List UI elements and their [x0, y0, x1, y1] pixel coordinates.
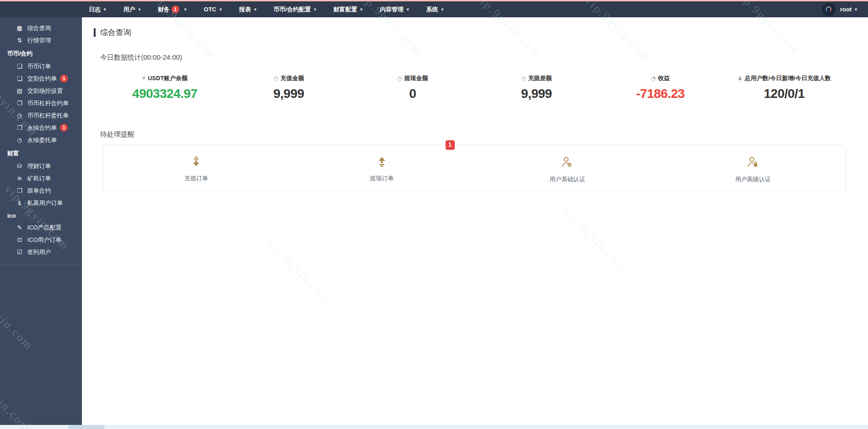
users-icon: ♟ — [737, 75, 742, 82]
yuan-icon: ¥ — [142, 75, 146, 82]
nav-otc[interactable]: OTC▼ — [204, 6, 223, 13]
dollar-icon: $ — [15, 199, 24, 206]
chevron-down-icon: ▼ — [183, 7, 188, 12]
sidebar-item-finance-orders[interactable]: ⛁理财订单 — [0, 160, 82, 172]
copy-icon: ❐ — [15, 124, 24, 131]
chevron-down-icon: ▼ — [854, 7, 858, 12]
sidebar-item-margin-contracts[interactable]: ❐币币杠杆合约单 — [0, 97, 82, 109]
stat-withdraw-amount: ◷提现金额 0 — [350, 74, 474, 101]
sidebar-item-copy-trading[interactable]: ❒跟单合约 — [0, 184, 82, 197]
sidebar-item-delivery-control[interactable]: ▤交割场控设置 — [0, 85, 82, 97]
stat-profit: ◔收益 -7186.23 — [599, 74, 722, 101]
coins-icon: ⛁ — [15, 163, 24, 169]
sidebar-section-coin-contract: 币币/合约 — [0, 46, 82, 60]
user-menu[interactable]: root▼ — [840, 6, 858, 13]
stats-row: ¥USDT账户余额 4903324.97 ◷充值金额 9,999 ◷提现金额 0… — [103, 74, 846, 101]
stat-usdt-balance-value: 4903324.97 — [103, 87, 227, 101]
layers-icon: ≋ — [15, 175, 24, 182]
file-clock-icon: ◷ — [521, 75, 526, 82]
perpetual-count-badge: 1 — [60, 124, 68, 132]
reminders-section-title: 待处理提醒 — [100, 130, 868, 139]
reminder-advanced-kyc[interactable]: 用户高级认证 — [660, 156, 846, 184]
monitor-icon: ⊡ — [15, 236, 24, 243]
sidebar-item-delivery-contracts[interactable]: ❏交割合约单1 — [0, 72, 82, 85]
sidebar-divider — [0, 265, 82, 265]
grid-icon: ▦ — [15, 25, 24, 31]
stat-net-deposit-value: 9,999 — [475, 87, 599, 101]
stat-usdt-balance: ¥USDT账户余额 4903324.97 — [103, 74, 227, 101]
clipboard-icon: ▤ — [15, 87, 24, 94]
stat-user-counts-value: 120/0/1 — [722, 87, 846, 101]
stat-profit-value: -7186.23 — [599, 87, 722, 101]
sidebar-item-margin-entrust[interactable]: ◷币币杠杆委托单 — [0, 109, 82, 122]
chevron-down-icon: ▼ — [406, 7, 410, 12]
chevron-down-icon: ▼ — [360, 7, 364, 12]
sidebar-item-overview[interactable]: ▦综合查询 — [0, 22, 82, 34]
sidebar-item-market[interactable]: ⇅行情管理 — [0, 34, 82, 46]
delivery-count-badge: 1 — [60, 75, 68, 82]
file-clock-icon: ◷ — [274, 75, 278, 82]
checkin-icon: ☑ — [15, 249, 24, 255]
sidebar-item-ico-products[interactable]: ✎ICO产品配置 — [0, 221, 82, 234]
nav-logs[interactable]: 日志▼ — [89, 5, 107, 14]
chevron-down-icon: ▼ — [103, 7, 107, 12]
chevron-down-icon: ▼ — [440, 7, 444, 12]
sidebar-section-wealth: 财富 — [0, 146, 82, 160]
sidebar-item-miner-orders[interactable]: ≋矿机订单 — [0, 172, 82, 184]
file-clock-icon: ◷ — [15, 137, 24, 143]
nav-coin-contract-config[interactable]: 币币/合约配置▼ — [274, 5, 317, 14]
market-sort-icon: ⇅ — [15, 37, 24, 44]
pie-icon: ◔ — [651, 75, 655, 82]
nav-reports[interactable]: 报表▼ — [239, 5, 257, 14]
user-check-icon — [561, 156, 573, 168]
file-clock-icon: ◷ — [15, 112, 24, 119]
reminder-deposit-orders[interactable]: 充值订单 — [103, 156, 289, 184]
sidebar-item-perpetual-contracts[interactable]: ❐永续合约单1 — [0, 122, 82, 134]
nav-system[interactable]: 系统▼ — [426, 5, 444, 14]
sidebar-item-ico-orders[interactable]: ⊡ICO用户订单 — [0, 234, 82, 246]
nav-wealth-config[interactable]: 财富配置▼ — [334, 5, 364, 14]
file-export-icon: ❒ — [15, 187, 24, 194]
withdraw-count-badge: 1 — [446, 140, 455, 150]
copy-icon: ❐ — [15, 100, 24, 107]
bookmark-icon: ❏ — [15, 63, 24, 70]
stat-withdraw-amount-value: 0 — [350, 87, 474, 101]
nav-users[interactable]: 用户▼ — [123, 5, 142, 14]
stat-deposit-amount: ◷充值金额 9,999 — [227, 74, 350, 101]
finance-count-badge: 1 — [172, 5, 179, 13]
file-clock-icon: ◷ — [397, 75, 402, 82]
chevron-down-icon: ▼ — [137, 7, 142, 12]
sidebar-item-perpetual-entrust[interactable]: ◷永续委托单 — [0, 134, 82, 146]
bookmark-icon: ❏ — [15, 75, 24, 82]
reminder-withdraw-orders[interactable]: 1 提现订单 — [289, 156, 475, 184]
upload-icon — [376, 156, 387, 167]
reminder-basic-kyc[interactable]: 用户基础认证 — [475, 156, 660, 184]
sidebar-item-checkin-users[interactable]: ☑签到用户 — [0, 246, 82, 258]
stat-deposit-amount-value: 9,999 — [227, 87, 350, 101]
horizontal-scrollbar-thumb[interactable] — [68, 425, 105, 429]
reminders-card: 充值订单 1 提现订单 用户基础认证 — [103, 145, 846, 192]
file-edit-icon: ✎ — [15, 224, 24, 231]
chevron-down-icon: ▼ — [218, 7, 223, 12]
user-badge-icon — [747, 156, 759, 168]
main-content: 综合查询 今日数据统计(00:00-24:00) ¥USDT账户余额 49033… — [82, 17, 868, 425]
stat-user-counts: ♟总用户数/今日新增/今日充值人数 120/0/1 — [722, 74, 846, 101]
page-title: 综合查询 — [94, 28, 868, 37]
sidebar-item-coin-orders[interactable]: ❏币币订单 — [0, 60, 82, 72]
horizontal-scrollbar[interactable] — [0, 425, 868, 429]
top-navbar: 日志▼ 用户▼ 财务1▼ OTC▼ 报表▼ 币币/合约配置▼ 财富配置▼ 内容管… — [0, 1, 868, 17]
chevron-down-icon: ▼ — [313, 7, 317, 12]
chevron-down-icon: ▼ — [253, 7, 257, 12]
stats-section-title: 今日数据统计(00:00-24:00) — [100, 53, 868, 62]
headset-icon[interactable] — [822, 3, 836, 16]
nav-content[interactable]: 内容管理▼ — [380, 5, 410, 14]
sidebar: ▦综合查询 ⇅行情管理 币币/合约 ❏币币订单 ❏交割合约单1 ▤交割场控设置 … — [0, 17, 82, 425]
sidebar-item-private-orders[interactable]: $私募用户订单 — [0, 197, 82, 209]
download-icon — [191, 156, 202, 167]
stat-net-deposit: ◷充提差额 9,999 — [475, 74, 599, 101]
sidebar-section-ico: ico — [0, 209, 82, 221]
nav-finance[interactable]: 财务1▼ — [158, 5, 188, 14]
